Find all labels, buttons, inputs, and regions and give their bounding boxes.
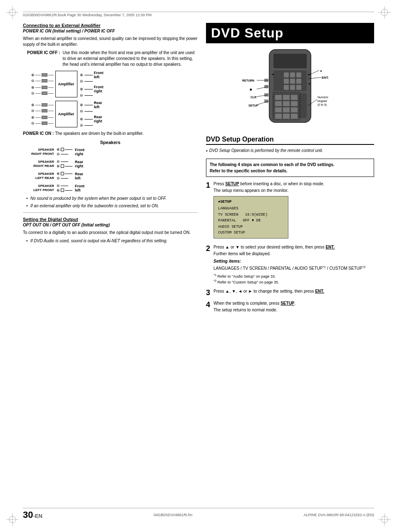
- svg-rect-22: [290, 85, 295, 90]
- right-column: DVD Setup: [206, 23, 374, 507]
- connecting-subheading: POWER IC ON (Initial setting) / POWER IC…: [23, 29, 198, 33]
- svg-text:▼: ▼: [308, 82, 311, 85]
- svg-rect-34: [275, 114, 282, 119]
- bottom-bar: 30 -EN 04GB0SDVA9861Ri.fm ALPINE DVA-986…: [23, 508, 374, 520]
- svg-rect-20: [296, 79, 301, 84]
- rear-right-label: Rearright: [94, 115, 102, 123]
- svg-rect-25: [275, 95, 282, 100]
- svg-text:Numeric: Numeric: [318, 96, 329, 99]
- svg-text:■: ■: [250, 87, 252, 92]
- setting-items: Setting items: LANGUAGES / TV SCREEN / P…: [213, 259, 365, 271]
- amp-diagram-front: ⊕──── ⊖──── ⊕──── ⊖────: [31, 71, 198, 127]
- italic-note: DVD Setup Operation is performed by the …: [209, 148, 323, 153]
- speakers-section: Speakers SPEAKERRIGHT FRONT ⊕ ⊖ Frontrig…: [23, 140, 198, 192]
- setting-items-text: LANGUAGES / TV SCREEN / PARENTAL / AUDIO…: [213, 266, 365, 271]
- connecting-heading: Connecting to an External Amplifier: [23, 23, 198, 28]
- remote-container: RETURN ■ CLR SETUP ◄ ▲ ► ENT. ▼ Nume: [206, 47, 374, 131]
- power-ic-off-label: POWER IC OFF :: [27, 50, 60, 67]
- page-number-group: 30 -EN: [23, 510, 42, 520]
- svg-rect-21: [284, 85, 289, 90]
- svg-rect-26: [283, 95, 290, 100]
- svg-rect-31: [275, 107, 282, 112]
- step-3-instruction: Press ▲, ▼, ◄ or ► to change the setting…: [213, 288, 324, 294]
- front-right-label: Frontright: [94, 85, 104, 93]
- speaker-diagrams: SPEAKERRIGHT FRONT ⊕ ⊖ Frontright SPEAKE…: [27, 147, 198, 192]
- svg-rect-23: [296, 85, 301, 90]
- svg-rect-36: [291, 114, 298, 119]
- main-content: Connecting to an External Amplifier POWE…: [23, 23, 374, 507]
- svg-text:keypad: keypad: [318, 99, 327, 103]
- footnotes: *1 Refer to "Audio Setup" on page 33. *2…: [213, 273, 365, 285]
- svg-text:◄: ◄: [271, 73, 274, 76]
- svg-rect-29: [283, 101, 290, 106]
- speaker-lr: SPEAKERLEFT REAR ⊕ ⊖ Rearleft: [27, 172, 198, 180]
- power-ic-on-label: POWER IC ON :: [23, 131, 55, 136]
- svg-text:RETURN: RETURN: [242, 79, 254, 82]
- step-1: 1 Press SETUP before inserting a disc, o…: [206, 181, 374, 241]
- connecting-section: Connecting to an External Amplifier POWE…: [23, 23, 198, 137]
- amplifier-box-1: Amplifier: [55, 71, 77, 97]
- operation-section: DVD Setup Operation • DVD Setup Operatio…: [206, 136, 374, 315]
- dvd-title: DVD Setup: [206, 23, 374, 43]
- digital-bullet: If DVD Audio is used, sound is output vi…: [26, 238, 198, 244]
- top-bar: 01IGB00DVA9861Ri.book Page 30 Wednesday,…: [23, 12, 374, 17]
- amplifier-box-2: Amplifier: [55, 101, 77, 127]
- digital-section: Setting the Digital Output OPT OUT ON / …: [23, 217, 198, 244]
- bullet-note: • DVD Setup Operation is performed by th…: [206, 148, 374, 156]
- svg-text:(0 to 9): (0 to 9): [318, 103, 327, 107]
- power-ic-on-text: The speakers are driven by the built-in …: [55, 131, 144, 136]
- power-ic-on-section: POWER IC ON : The speakers are driven by…: [23, 131, 198, 137]
- corner-mark-tl: [6, 6, 19, 19]
- corner-mark-tr: [378, 6, 391, 19]
- front-left-label: Frontleft: [94, 71, 104, 79]
- remote-illustration: RETURN ■ CLR SETUP ◄ ▲ ► ENT. ▼ Nume: [240, 47, 340, 131]
- connecting-body: When an external amplifier is connected,…: [23, 36, 198, 47]
- speaker-rf: SPEAKERRIGHT FRONT ⊕ ⊖ Frontright: [27, 147, 198, 156]
- page-suffix: -EN: [33, 513, 42, 519]
- left-column: Connecting to an External Amplifier POWE…: [23, 23, 198, 507]
- step-2-subnote: Further items will be displayed.: [213, 251, 365, 257]
- svg-rect-16: [290, 72, 295, 77]
- bullet-1: No sound is produced by the system when …: [26, 196, 198, 201]
- speakers-title: Speakers: [23, 140, 198, 145]
- svg-rect-15: [284, 72, 289, 77]
- setup-screen: ●SETUP LANGUAGES TV SCREEN 16:9(WIDE) PA…: [213, 196, 288, 239]
- svg-line-47: [257, 101, 268, 105]
- rear-left-label: Rearleft: [94, 101, 102, 109]
- svg-text:►: ►: [308, 73, 311, 76]
- step-4-instruction: When the setting is complete, press SETU…: [213, 301, 295, 306]
- bottom-model: ALPINE DVA-9861Ri 68-04123Z62-A (EN): [304, 513, 374, 517]
- step-3: 3 Press ▲, ▼, ◄ or ► to change the setti…: [206, 288, 374, 298]
- power-ic-off-text: Use this mode when the front and rear pr…: [62, 50, 198, 67]
- svg-rect-18: [284, 79, 289, 84]
- digital-body: To connect to a digitally to an audio pr…: [23, 230, 198, 236]
- svg-rect-28: [275, 101, 282, 106]
- svg-rect-27: [291, 95, 298, 100]
- svg-rect-30: [291, 101, 298, 106]
- svg-rect-19: [290, 79, 295, 84]
- digital-heading: Setting the Digital Output: [23, 217, 198, 222]
- step-2: 2 Press ▲ or ▼ to select your desired se…: [206, 244, 374, 285]
- speaker-rr: SPEAKERRIGHT REAR ⊖ ⊕ Rearright: [27, 159, 198, 168]
- corner-mark-br: [378, 513, 391, 526]
- digital-subheading: OPT OUT ON / OPT OUT OFF (Initial settin…: [23, 223, 198, 227]
- step-2-instruction: Press ▲ or ▼ to select your desired sett…: [213, 244, 365, 250]
- svg-text:SETUP: SETUP: [248, 104, 258, 107]
- step-4: 4 When the setting is complete, press SE…: [206, 301, 374, 315]
- svg-text:CLR: CLR: [251, 96, 256, 99]
- svg-text:▲: ▲: [320, 69, 323, 72]
- book-ref: 01IGB00DVA9861Ri.book Page 30 Wednesday,…: [23, 13, 151, 17]
- operation-title: DVD Setup Operation: [206, 136, 374, 145]
- svg-rect-35: [283, 114, 290, 119]
- speaker-lf: SPEAKERLEFT FRONT ⊖ ⊕ Frontleft: [27, 184, 198, 192]
- info-box: The following 4 steps are common to each…: [206, 159, 374, 177]
- speaker-bullets: No sound is produced by the system when …: [26, 196, 198, 209]
- corner-mark-bl: [6, 513, 19, 526]
- svg-text:ENT.: ENT.: [322, 76, 329, 80]
- digital-bullets: If DVD Audio is used, sound is output vi…: [26, 238, 198, 244]
- divider: [23, 212, 198, 213]
- step-1-subnote: The setup menu appears on the monitor.: [213, 188, 324, 194]
- step-4-subnote: The setup returns to normal mode.: [213, 307, 295, 313]
- svg-rect-13: [273, 54, 307, 68]
- bottom-ref: 04GB0SDVA9861Ri.fm: [154, 513, 192, 517]
